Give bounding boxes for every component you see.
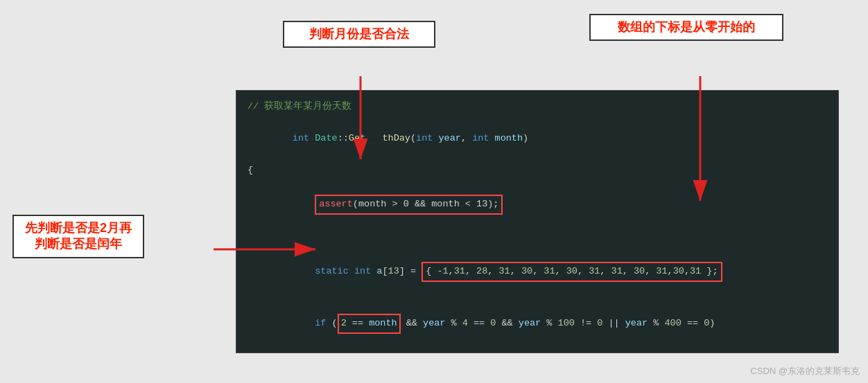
code-comment: // 获取某年某月份天数 xyxy=(248,99,827,115)
watermark: CSDN @东洛的克莱斯韦克 xyxy=(750,365,860,377)
code-line-assert: assert(month > 0 && month < 13); xyxy=(248,179,827,231)
code-line-open1: { xyxy=(248,350,827,353)
annotation-top-center: 判断月份是否合法 xyxy=(283,21,435,48)
code-line-1: int Date::Get███thDay(int year, int mont… xyxy=(248,115,827,163)
code-panel: // 获取某年某月份天数 int Date::Get███thDay(int y… xyxy=(236,90,839,353)
code-line-blank xyxy=(248,231,827,247)
annotation-bottom-left: 先判断是否是2月再 判断是否是闰年 xyxy=(12,215,144,258)
code-line-2: { xyxy=(248,163,827,179)
main-container: // 获取某年某月份天数 int Date::Get███thDay(int y… xyxy=(0,0,868,383)
code-line-static: static int a[13] = { -1,31, 28, 31, 30, … xyxy=(248,246,827,298)
annotation-top-right: 数组的下标是从零开始的 xyxy=(589,14,783,41)
code-content: // 获取某年某月份天数 int Date::Get███thDay(int y… xyxy=(236,91,838,353)
code-line-if: if (2 == month && year % 4 == 0 && year … xyxy=(248,298,827,350)
